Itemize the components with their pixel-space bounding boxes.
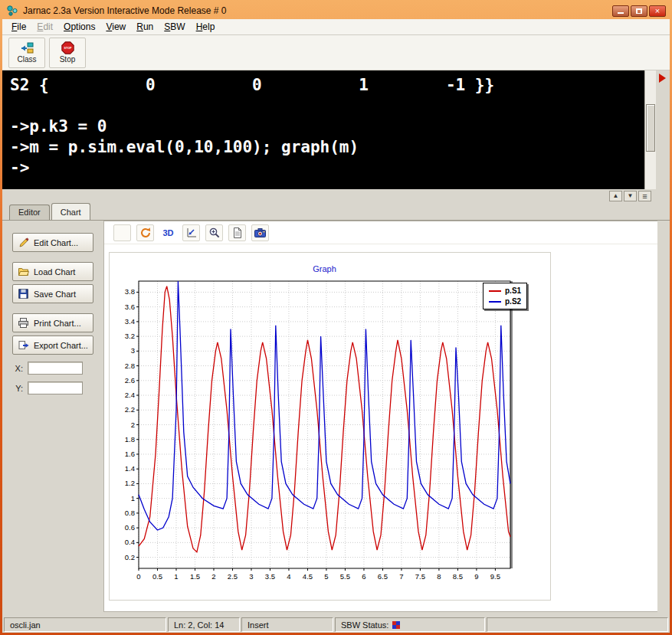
print-chart-button[interactable]: Print Chart... [12,313,93,332]
stop-icon: STOP [61,41,74,54]
status-sbw: SBW Status: [335,617,485,632]
print-preview-button[interactable] [228,224,246,241]
open-folder-icon [18,266,29,277]
refresh-icon [139,227,152,239]
menu-options[interactable]: Options [58,20,100,34]
svg-text:2.8: 2.8 [125,362,135,370]
class-button[interactable]: Class [8,38,45,68]
svg-text:1.4: 1.4 [125,464,135,473]
tab-chart[interactable]: Chart [51,203,90,220]
console-output[interactable]: S2 { 0 0 1 -1 }} ->p.k3 = 0 ->m = p.sim.… [2,70,644,189]
console-menu-button[interactable]: ≡ [638,191,651,201]
chart-sidebar: Edit Chart... Load Chart Save Chart [2,221,103,617]
axis-tool-button[interactable] [182,224,200,241]
jarnac-app-icon [6,5,18,17]
legend-entry-s1: p.S1 [489,286,521,295]
y-coordinate-field[interactable] [28,381,83,394]
console-scrollbar-thumb[interactable] [646,104,655,152]
svg-text:2: 2 [211,572,215,581]
svg-text:2.5: 2.5 [228,572,238,581]
class-button-label: Class [17,55,36,64]
console-scrollbar[interactable] [644,70,656,189]
close-button[interactable]: × [649,5,666,17]
copy-image-button[interactable] [251,224,269,241]
menu-view[interactable]: View [100,20,131,34]
svg-text:3: 3 [249,572,253,581]
svg-text:7: 7 [399,572,403,581]
svg-text:3.6: 3.6 [125,303,135,311]
edit-chart-button[interactable]: Edit Chart... [12,233,93,252]
chart-toolbar: 3D [104,221,657,244]
svg-text:6.5: 6.5 [378,572,388,581]
legend-entry-s2: p.S2 [489,297,521,306]
svg-text:0: 0 [136,572,140,581]
svg-text:2.2: 2.2 [125,405,135,414]
minimize-button[interactable] [612,5,629,17]
svg-text:5: 5 [324,572,328,581]
series2-label: p.S2 [505,297,521,306]
scroll-down-button[interactable]: ▼ [624,191,637,201]
svg-text:0.8: 0.8 [125,509,135,517]
stop-button-label: Stop [60,55,76,64]
console-line [10,96,644,116]
svg-text:2.6: 2.6 [125,376,135,385]
svg-text:0.4: 0.4 [125,538,135,546]
svg-text:9.5: 9.5 [490,572,500,581]
svg-text:2: 2 [131,421,135,429]
svg-text:3.2: 3.2 [125,332,135,340]
chart-legend: p.S1 p.S2 [483,283,527,309]
arrow-down-icon: ▼ [628,192,634,199]
svg-text:2.4: 2.4 [125,391,135,399]
minimize-icon [618,12,624,14]
menu-run[interactable]: Run [131,20,159,34]
load-chart-label: Load Chart [34,267,75,277]
save-chart-button[interactable]: Save Chart [12,284,93,303]
series1-label: p.S1 [505,286,521,295]
svg-text:3.4: 3.4 [125,317,135,326]
refresh-button[interactable] [136,224,154,241]
panel-tabbar: Editor Chart [2,202,670,220]
blank-tool-button[interactable] [113,224,131,241]
app-window: Jarnac 2.3a Version Interactive Mode Rel… [0,0,672,635]
floppy-disk-icon [18,288,29,299]
svg-text:3: 3 [131,346,135,355]
status-filename: oscli.jan [4,617,166,632]
svg-text:4.5: 4.5 [303,572,313,581]
svg-text:6: 6 [362,572,366,581]
y-coordinate-label: Y: [12,384,23,393]
scroll-up-button[interactable]: ▲ [609,191,622,201]
export-chart-button[interactable]: Export Chart... [12,336,93,355]
svg-text:5.5: 5.5 [340,572,350,581]
export-icon [18,339,29,351]
console-line: ->p.k3 = 0 [10,116,644,137]
menu-file[interactable]: File [6,20,31,34]
statusbar: oscli.jan Ln: 2, Col: 14 Insert SBW Stat… [2,617,670,633]
x-coordinate-field[interactable] [28,362,83,375]
svg-text:8.5: 8.5 [453,572,463,581]
menu-help[interactable]: Help [191,20,221,34]
printer-icon [18,317,29,329]
status-cursor-position: Ln: 2, Col: 14 [168,617,240,632]
arrow-up-icon: ▲ [613,192,619,199]
menu-sbw[interactable]: SBW [159,20,190,34]
chart-canvas[interactable]: Graph 0.20.40.60.811.21.41.61.822.22.42.… [109,252,551,601]
run-marker-icon [659,74,666,83]
hamburger-icon: ≡ [642,191,647,201]
load-chart-button[interactable]: Load Chart [12,262,93,281]
svg-text:9: 9 [474,572,478,581]
maximize-button[interactable] [631,5,647,17]
stop-button[interactable]: STOP Stop [49,38,86,68]
menubar: File Edit Options View Run SBW Help [2,19,670,35]
3d-toggle-button[interactable]: 3D [159,224,177,241]
zoom-button[interactable] [205,224,223,241]
svg-text:8: 8 [437,572,441,581]
sbw-status-label: SBW Status: [341,620,388,630]
svg-text:0.2: 0.2 [125,553,135,561]
svg-text:4: 4 [287,572,290,581]
camera-icon [254,227,267,239]
class-icon [20,42,34,54]
pencil-icon [18,237,29,248]
titlebar[interactable]: Jarnac 2.3a Version Interactive Mode Rel… [2,2,670,19]
tab-editor[interactable]: Editor [9,205,50,220]
svg-text:0.5: 0.5 [152,572,162,581]
